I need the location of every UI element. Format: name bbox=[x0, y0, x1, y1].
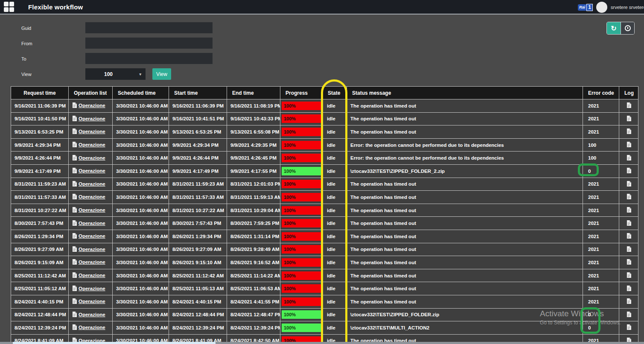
table-row: 8/26/2021 9:27:09 AM Operazione 3/30/202… bbox=[11, 243, 638, 256]
state-cell: idle bbox=[323, 125, 347, 139]
state-cell: idle bbox=[323, 112, 347, 125]
request-time-cell: 8/26/2021 9:27:09 AM bbox=[11, 243, 69, 256]
avatar[interactable] bbox=[596, 2, 607, 13]
status-message-cell: The operation has timed out bbox=[347, 256, 583, 269]
log-cell[interactable] bbox=[619, 217, 638, 230]
error-code-cell: 0 bbox=[583, 321, 619, 335]
log-cell[interactable] bbox=[619, 138, 638, 152]
start-time-cell: 8/30/2021 7:57:43 PM bbox=[169, 217, 227, 230]
request-time-cell: 8/25/2021 11:05:12 AM bbox=[11, 282, 69, 295]
history-button[interactable] bbox=[621, 22, 634, 34]
end-time-cell: 8/24/2021 12:48:47 PM bbox=[227, 308, 280, 321]
state-cell: idle bbox=[323, 321, 347, 335]
operation-link[interactable]: Operazione bbox=[79, 181, 105, 187]
view-count-selected: 100 bbox=[104, 71, 113, 77]
status-message-cell: The operation has timed out bbox=[347, 112, 583, 125]
log-cell[interactable] bbox=[619, 282, 638, 295]
end-time-cell: 9/9/2021 4:26:45 PM bbox=[227, 152, 280, 165]
from-input[interactable] bbox=[85, 38, 213, 49]
to-input[interactable] bbox=[85, 53, 213, 64]
table-row: 9/16/2021 10:41:50 PM Operazione 3/30/20… bbox=[11, 112, 638, 125]
table-row: 8/24/2021 12:48:44 PM Operazione 3/30/20… bbox=[11, 308, 638, 321]
log-icon bbox=[627, 102, 631, 109]
log-cell[interactable] bbox=[619, 99, 638, 113]
state-cell: idle bbox=[323, 191, 347, 204]
operation-link[interactable]: Operazione bbox=[79, 155, 105, 160]
view-button[interactable]: View bbox=[152, 68, 171, 80]
operation-link[interactable]: Operazione bbox=[79, 129, 105, 134]
operation-link[interactable]: Operazione bbox=[79, 168, 105, 173]
operation-link[interactable]: Operazione bbox=[79, 286, 105, 291]
log-cell[interactable] bbox=[619, 295, 638, 308]
operation-link[interactable]: Operazione bbox=[79, 207, 105, 213]
request-time-cell: 8/31/2021 10:27:22 AM bbox=[11, 204, 69, 217]
refresh-button[interactable]: ↻ bbox=[607, 22, 621, 34]
progress-bar: 100% bbox=[282, 206, 321, 215]
document-icon bbox=[72, 207, 77, 213]
end-time-cell: 8/25/2021 11:06:53 AM bbox=[227, 282, 280, 295]
operation-link[interactable]: Operazione bbox=[79, 273, 105, 278]
apps-grid-icon[interactable] bbox=[4, 2, 15, 12]
bottom-scrollbar-strip[interactable] bbox=[0, 342, 644, 344]
start-time-cell: 8/26/2021 9:15:10 AM bbox=[169, 256, 227, 269]
table-row: 8/25/2021 11:12:42 AM Operazione 3/30/20… bbox=[11, 269, 638, 282]
rai-logo-word: Rai bbox=[578, 4, 586, 11]
operation-link[interactable]: Operazione bbox=[79, 299, 105, 304]
error-code-cell: 2021 bbox=[583, 191, 619, 204]
guid-input[interactable] bbox=[85, 22, 213, 33]
state-cell: idle bbox=[323, 164, 347, 178]
operation-list-cell: Operazione bbox=[69, 308, 113, 321]
operation-link[interactable]: Operazione bbox=[79, 325, 105, 330]
operation-link[interactable]: Operazione bbox=[79, 142, 105, 147]
progress-cell: 100% bbox=[280, 269, 323, 282]
log-cell[interactable] bbox=[619, 269, 638, 282]
operation-link[interactable]: Operazione bbox=[79, 194, 105, 199]
user-name: srvetere srvetere bbox=[611, 5, 644, 10]
view-count-select[interactable]: 100 ▾ bbox=[85, 68, 146, 80]
start-time-cell: 8/25/2021 11:12:42 AM bbox=[169, 269, 227, 282]
status-message-cell: \ztocav332\TEST\ZIPPED_FOLDER.zip bbox=[347, 308, 583, 321]
operation-link[interactable]: Operazione bbox=[79, 103, 105, 108]
progress-bar: 100% bbox=[282, 258, 321, 267]
log-icon bbox=[627, 220, 631, 227]
log-cell[interactable] bbox=[619, 152, 638, 165]
error-code-cell: 2021 bbox=[583, 243, 619, 256]
page-title: Flexible workflow bbox=[28, 3, 83, 11]
error-code-cell: 2021 bbox=[583, 178, 619, 191]
operation-link[interactable]: Operazione bbox=[79, 116, 105, 121]
log-cell[interactable] bbox=[619, 230, 638, 243]
log-cell[interactable] bbox=[619, 243, 638, 256]
status-message-cell: The operation has timed out bbox=[347, 125, 583, 139]
operation-link[interactable]: Operazione bbox=[79, 312, 105, 317]
start-time-cell: 8/31/2021 11:57:33 AM bbox=[169, 191, 227, 204]
log-cell[interactable] bbox=[619, 164, 638, 178]
log-cell[interactable] bbox=[619, 191, 638, 204]
log-icon bbox=[627, 181, 631, 187]
log-cell[interactable] bbox=[619, 256, 638, 269]
log-cell[interactable] bbox=[619, 178, 638, 191]
log-icon bbox=[627, 116, 631, 122]
error-code-cell: 2021 bbox=[583, 204, 619, 217]
request-time-cell: 8/31/2021 11:59:23 AM bbox=[11, 178, 69, 191]
operation-link[interactable]: Operazione bbox=[79, 247, 105, 252]
document-icon bbox=[72, 272, 77, 279]
log-cell[interactable] bbox=[619, 308, 638, 321]
scheduled-time-cell: 3/30/2021 10:46:00 AM bbox=[113, 178, 169, 191]
workflow-table: Request timeOperation listScheduled time… bbox=[11, 86, 638, 344]
start-time-cell: 8/24/2021 4:40:15 PM bbox=[169, 295, 227, 308]
operation-link[interactable]: Operazione bbox=[79, 259, 105, 265]
operation-link[interactable]: Operazione bbox=[79, 221, 105, 226]
log-cell[interactable] bbox=[619, 125, 638, 139]
error-code-cell: 0 bbox=[583, 308, 619, 321]
progress-bar: 100% bbox=[282, 154, 321, 162]
log-cell[interactable] bbox=[619, 321, 638, 335]
log-cell[interactable] bbox=[619, 112, 638, 125]
operation-list-cell: Operazione bbox=[69, 138, 113, 152]
state-cell: idle bbox=[323, 204, 347, 217]
progress-cell: 100% bbox=[280, 282, 323, 295]
operation-link[interactable]: Operazione bbox=[79, 233, 105, 239]
scheduled-time-cell: 3/30/2021 10:46:00 AM bbox=[113, 321, 169, 335]
table-row: 8/30/2021 7:57:43 PM Operazione 3/30/202… bbox=[11, 217, 638, 230]
log-cell[interactable] bbox=[619, 204, 638, 217]
start-time-cell: 9/13/2021 6:53:25 PM bbox=[169, 125, 227, 139]
